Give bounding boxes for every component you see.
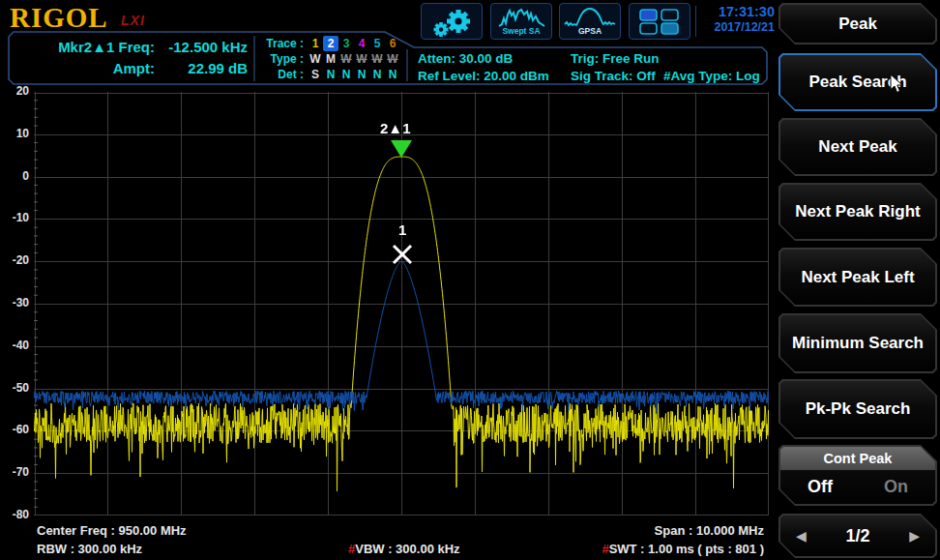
softkey-next-peak-right-label: Next Peak Right bbox=[795, 202, 920, 221]
trace-type-3: W bbox=[338, 51, 354, 67]
clock-date: 2017/12/21 bbox=[697, 19, 775, 35]
softkey-pkpk-search[interactable]: Pk-Pk Search bbox=[778, 379, 937, 439]
marker-freq-value: -12.500 kHz 22.99 dB bbox=[155, 37, 248, 79]
trace-type-6: W bbox=[385, 51, 400, 67]
analyzer-screen: RIGOL LXI bbox=[0, 0, 940, 560]
trace-type-5: W bbox=[369, 51, 385, 67]
spectrum-waveform-icon bbox=[496, 7, 546, 28]
y-axis-tick-label: -10 bbox=[2, 211, 29, 224]
softkey-next-peak-label: Next Peak bbox=[818, 137, 896, 157]
det-row-label: Det : bbox=[259, 67, 304, 82]
avg-type-value: #Avg Type: Log bbox=[663, 68, 760, 85]
clock-time: 17:31:30 bbox=[697, 4, 775, 19]
y-axis-tick-label: -70 bbox=[2, 465, 29, 479]
softkey-next-peak[interactable]: Next Peak bbox=[778, 118, 937, 176]
y-axis-tick-label: -30 bbox=[2, 296, 29, 309]
trace-num-1: 1 bbox=[308, 36, 323, 51]
trace-type-4: W bbox=[354, 51, 369, 67]
softkey-peak-search[interactable]: Peak Search bbox=[778, 53, 937, 111]
swept-sa-button[interactable]: Swept SA bbox=[490, 3, 552, 40]
cont-peak-on-option[interactable]: On bbox=[884, 477, 908, 497]
display-layout-button[interactable] bbox=[629, 3, 690, 40]
atten-value: Atten: 30.00 dB bbox=[418, 50, 549, 68]
trace-det-6: N bbox=[385, 67, 400, 82]
top-divider bbox=[695, 6, 696, 37]
page-indicator: 1/2 bbox=[845, 526, 869, 546]
softkey-page-nav[interactable]: ◀ 1/2 ▶ bbox=[778, 514, 937, 558]
ref-level-value: Ref Level: 20.00 dBm bbox=[418, 68, 549, 85]
softkey-peak[interactable]: Peak bbox=[778, 3, 937, 44]
y-axis-tick-label: 0 bbox=[2, 169, 29, 183]
window-grid-icon bbox=[637, 6, 682, 37]
marker-2-delta-label: 2▲1 bbox=[380, 120, 411, 136]
clock: 17:31:30 2017/12/21 bbox=[697, 4, 775, 35]
trace-det-5: N bbox=[369, 67, 385, 82]
span-value: Span : 10.000 MHz bbox=[655, 523, 764, 538]
atten-group: Atten: 30.00 dB Ref Level: 20.00 dBm bbox=[418, 50, 549, 85]
prev-page-arrow-icon[interactable]: ◀ bbox=[796, 528, 807, 544]
trace-det-4: N bbox=[354, 67, 369, 82]
softkey-next-peak-left-label: Next Peak Left bbox=[801, 268, 914, 287]
y-axis-tick-label: 20 bbox=[2, 84, 29, 98]
y-axis-tick-label: 10 bbox=[2, 127, 29, 140]
softkey-pkpk-search-label: Pk-Pk Search bbox=[806, 399, 911, 419]
trig-value: Trig: Free Run bbox=[571, 50, 660, 68]
type-row-label: Type : bbox=[259, 51, 304, 67]
gear-icon bbox=[425, 5, 479, 38]
trace-num-5: 5 bbox=[369, 36, 385, 51]
trace-det-1: S bbox=[308, 67, 323, 82]
center-freq-value: Center Freq : 950.00 MHz bbox=[37, 523, 187, 538]
trace-row-label: Trace : bbox=[259, 36, 304, 51]
mouse-cursor-icon bbox=[890, 74, 905, 95]
softkey-minimum-search[interactable]: Minimum Search bbox=[778, 313, 937, 373]
marker-2-triangle-icon bbox=[391, 140, 412, 158]
settings-button[interactable] bbox=[421, 3, 483, 40]
y-axis-tick-label: -20 bbox=[2, 253, 29, 267]
trace-num-3: 3 bbox=[338, 36, 354, 51]
trace-det-3: N bbox=[338, 67, 354, 82]
marker-1-label: 1 bbox=[398, 221, 406, 238]
trace-num-4: 4 bbox=[354, 36, 369, 51]
sig-track-value: Sig Track: Off bbox=[571, 68, 660, 85]
swept-sa-label: Swept SA bbox=[502, 26, 540, 36]
swt-value: #SWT : 1.00 ms ( pts : 801 ) bbox=[602, 542, 764, 556]
gpsa-label: GPSA bbox=[578, 26, 602, 36]
trace-type-2: M bbox=[323, 51, 338, 67]
lxi-badge: LXI bbox=[121, 13, 145, 28]
gpsa-button[interactable]: GPSA bbox=[559, 3, 621, 40]
swt-coupled-hash: # bbox=[602, 542, 608, 556]
trace-type-1: W bbox=[308, 51, 323, 67]
softkey-next-peak-left[interactable]: Next Peak Left bbox=[778, 248, 937, 307]
gaussian-curve-icon bbox=[563, 7, 617, 28]
y-axis-tick-label: -80 bbox=[2, 508, 29, 521]
softkey-minimum-search-label: Minimum Search bbox=[792, 334, 924, 353]
trace-num-2-selected: 2 bbox=[323, 36, 338, 51]
softkey-next-peak-right[interactable]: Next Peak Right bbox=[778, 183, 937, 241]
next-page-arrow-icon[interactable]: ▶ bbox=[909, 528, 920, 544]
trace-det-2: N bbox=[323, 67, 338, 82]
y-axis-tick-label: -40 bbox=[2, 339, 29, 352]
marker-freq-label: Mkr2▲1 Freq: Ampt: bbox=[14, 37, 155, 79]
softkey-cont-peak[interactable]: Cont Peak Off On bbox=[778, 445, 937, 506]
trig-group: Trig: Free Run Sig Track: Off bbox=[571, 50, 660, 85]
softkey-peak-label: Peak bbox=[838, 15, 877, 34]
marker-1-x-icon bbox=[391, 243, 414, 266]
cont-peak-title: Cont Peak bbox=[780, 447, 935, 470]
y-axis-tick-label: -60 bbox=[2, 423, 29, 436]
trace-table: Trace : 1 2 3 4 5 6 Type : W M W W W W D… bbox=[259, 36, 400, 82]
trace-num-6: 6 bbox=[385, 36, 400, 51]
vbw-value: #VBW : 300.00 kHz bbox=[348, 542, 460, 556]
rbw-value: RBW : 300.00 kHz bbox=[37, 542, 142, 556]
y-axis-tick-label: -50 bbox=[2, 381, 29, 395]
rigol-logo: RIGOL bbox=[10, 2, 108, 34]
cont-peak-off-option[interactable]: Off bbox=[808, 477, 833, 497]
